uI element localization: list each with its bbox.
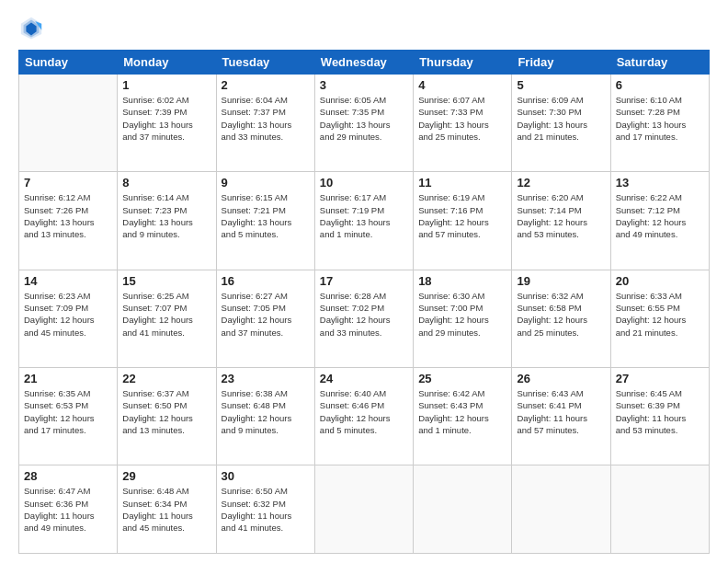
day-info: Sunrise: 6:28 AM Sunset: 7:02 PM Dayligh… [320,290,408,339]
day-number: 16 [222,274,310,288]
calendar-cell [414,465,512,554]
calendar-cell [512,465,610,554]
calendar-table: SundayMondayTuesdayWednesdayThursdayFrid… [18,50,710,554]
day-number: 27 [616,372,704,385]
day-info: Sunrise: 6:48 AM Sunset: 6:34 PM Dayligh… [122,485,210,534]
calendar-cell: 21Sunrise: 6:35 AM Sunset: 6:53 PM Dayli… [19,367,118,465]
calendar-cell: 23Sunrise: 6:38 AM Sunset: 6:48 PM Dayli… [216,367,314,465]
calendar-cell: 25Sunrise: 6:42 AM Sunset: 6:43 PM Dayli… [414,367,512,465]
day-number: 7 [24,176,112,190]
calendar-cell: 24Sunrise: 6:40 AM Sunset: 6:46 PM Dayli… [314,367,413,465]
calendar-cell: 19Sunrise: 6:32 AM Sunset: 6:58 PM Dayli… [512,270,610,367]
calendar-cell: 30Sunrise: 6:50 AM Sunset: 6:32 PM Dayli… [216,465,314,554]
calendar-cell [314,465,413,554]
day-info: Sunrise: 6:04 AM Sunset: 7:37 PM Dayligh… [222,94,310,143]
day-number: 1 [122,78,210,92]
weekday-header-thursday: Thursday [414,51,512,75]
day-info: Sunrise: 6:23 AM Sunset: 7:09 PM Dayligh… [24,290,112,339]
day-number: 21 [24,372,112,385]
day-info: Sunrise: 6:14 AM Sunset: 7:23 PM Dayligh… [122,191,210,240]
day-number: 25 [418,372,506,385]
calendar-cell: 7Sunrise: 6:12 AM Sunset: 7:26 PM Daylig… [19,172,118,270]
day-number: 29 [122,469,210,483]
day-number: 17 [320,274,408,288]
day-info: Sunrise: 6:10 AM Sunset: 7:28 PM Dayligh… [616,94,704,143]
day-number: 20 [616,274,704,288]
day-number: 11 [418,176,506,190]
day-number: 22 [122,372,210,385]
calendar-cell: 2Sunrise: 6:04 AM Sunset: 7:37 PM Daylig… [216,75,314,172]
weekday-header-wednesday: Wednesday [314,51,413,75]
calendar-cell: 10Sunrise: 6:17 AM Sunset: 7:19 PM Dayli… [314,172,413,270]
calendar-cell: 9Sunrise: 6:15 AM Sunset: 7:21 PM Daylig… [216,172,314,270]
day-info: Sunrise: 6:15 AM Sunset: 7:21 PM Dayligh… [222,191,310,240]
day-number: 8 [122,176,210,190]
day-info: Sunrise: 6:25 AM Sunset: 7:07 PM Dayligh… [122,290,210,339]
calendar-cell: 13Sunrise: 6:22 AM Sunset: 7:12 PM Dayli… [610,172,709,270]
calendar-cell: 28Sunrise: 6:47 AM Sunset: 6:36 PM Dayli… [19,465,118,554]
day-number: 18 [418,274,506,288]
calendar-week-1: 1Sunrise: 6:02 AM Sunset: 7:39 PM Daylig… [19,75,710,172]
day-number: 12 [517,176,605,190]
day-info: Sunrise: 6:35 AM Sunset: 6:53 PM Dayligh… [24,387,112,436]
calendar-cell: 12Sunrise: 6:20 AM Sunset: 7:14 PM Dayli… [512,172,610,270]
day-info: Sunrise: 6:09 AM Sunset: 7:30 PM Dayligh… [517,94,605,143]
day-info: Sunrise: 6:07 AM Sunset: 7:33 PM Dayligh… [418,94,506,143]
day-number: 3 [320,78,408,92]
day-info: Sunrise: 6:17 AM Sunset: 7:19 PM Dayligh… [320,191,408,240]
day-info: Sunrise: 6:37 AM Sunset: 6:50 PM Dayligh… [122,387,210,436]
calendar-cell: 26Sunrise: 6:43 AM Sunset: 6:41 PM Dayli… [512,367,610,465]
day-info: Sunrise: 6:30 AM Sunset: 7:00 PM Dayligh… [418,290,506,339]
day-info: Sunrise: 6:20 AM Sunset: 7:14 PM Dayligh… [517,191,605,240]
weekday-header-monday: Monday [118,51,216,75]
day-info: Sunrise: 6:45 AM Sunset: 6:39 PM Dayligh… [616,387,704,436]
calendar-week-3: 14Sunrise: 6:23 AM Sunset: 7:09 PM Dayli… [19,270,710,367]
calendar-cell: 3Sunrise: 6:05 AM Sunset: 7:35 PM Daylig… [314,75,413,172]
day-number: 14 [24,274,112,288]
day-info: Sunrise: 6:40 AM Sunset: 6:46 PM Dayligh… [320,387,408,436]
day-number: 4 [418,78,506,92]
calendar-cell: 6Sunrise: 6:10 AM Sunset: 7:28 PM Daylig… [610,75,709,172]
day-number: 2 [222,78,310,92]
day-number: 26 [517,372,605,385]
calendar-cell: 8Sunrise: 6:14 AM Sunset: 7:23 PM Daylig… [118,172,216,270]
day-number: 5 [517,78,605,92]
calendar-cell: 5Sunrise: 6:09 AM Sunset: 7:30 PM Daylig… [512,75,610,172]
day-number: 30 [222,469,310,483]
calendar-cell: 14Sunrise: 6:23 AM Sunset: 7:09 PM Dayli… [19,270,118,367]
calendar-week-4: 21Sunrise: 6:35 AM Sunset: 6:53 PM Dayli… [19,367,710,465]
day-number: 6 [616,78,704,92]
day-info: Sunrise: 6:43 AM Sunset: 6:41 PM Dayligh… [517,387,605,436]
weekday-header-sunday: Sunday [19,51,118,75]
day-info: Sunrise: 6:02 AM Sunset: 7:39 PM Dayligh… [122,94,210,143]
weekday-header-tuesday: Tuesday [216,51,314,75]
weekday-header-saturday: Saturday [610,51,709,75]
day-number: 10 [320,176,408,190]
calendar-cell: 29Sunrise: 6:48 AM Sunset: 6:34 PM Dayli… [118,465,216,554]
weekday-header-row: SundayMondayTuesdayWednesdayThursdayFrid… [19,51,710,75]
calendar-cell: 15Sunrise: 6:25 AM Sunset: 7:07 PM Dayli… [118,270,216,367]
day-info: Sunrise: 6:12 AM Sunset: 7:26 PM Dayligh… [24,191,112,240]
calendar-cell: 16Sunrise: 6:27 AM Sunset: 7:05 PM Dayli… [216,270,314,367]
day-number: 24 [320,372,408,385]
logo [18,15,48,40]
day-number: 15 [122,274,210,288]
logo-icon [18,15,44,40]
day-info: Sunrise: 6:05 AM Sunset: 7:35 PM Dayligh… [320,94,408,143]
calendar-cell: 18Sunrise: 6:30 AM Sunset: 7:00 PM Dayli… [414,270,512,367]
day-number: 13 [616,176,704,190]
header [18,15,710,40]
calendar-cell [19,75,118,172]
calendar-week-5: 28Sunrise: 6:47 AM Sunset: 6:36 PM Dayli… [19,465,710,554]
calendar-week-2: 7Sunrise: 6:12 AM Sunset: 7:26 PM Daylig… [19,172,710,270]
day-info: Sunrise: 6:27 AM Sunset: 7:05 PM Dayligh… [222,290,310,339]
day-number: 19 [517,274,605,288]
day-number: 9 [222,176,310,190]
day-number: 23 [222,372,310,385]
weekday-header-friday: Friday [512,51,610,75]
day-info: Sunrise: 6:33 AM Sunset: 6:55 PM Dayligh… [616,290,704,339]
calendar-cell: 17Sunrise: 6:28 AM Sunset: 7:02 PM Dayli… [314,270,413,367]
calendar-cell: 11Sunrise: 6:19 AM Sunset: 7:16 PM Dayli… [414,172,512,270]
calendar-cell: 22Sunrise: 6:37 AM Sunset: 6:50 PM Dayli… [118,367,216,465]
calendar-cell [610,465,709,554]
